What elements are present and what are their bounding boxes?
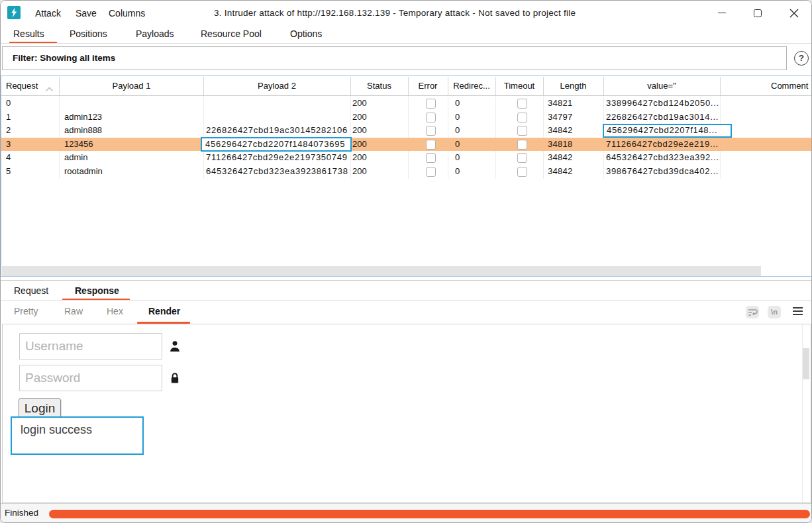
tab-resource-pool[interactable]: Resource Pool [201, 26, 262, 42]
render-view: Login login success [2, 324, 811, 503]
error-checkbox[interactable] [426, 167, 436, 177]
cell-value: 645326427cbd323ea392... [606, 151, 719, 165]
tab-payloads[interactable]: Payloads [136, 26, 174, 42]
table-row-selected[interactable]: 3 123456 456296427cbd2207f1484073695 200… [1, 138, 811, 152]
tab-response[interactable]: Response [75, 283, 119, 299]
cell-request: 4 [6, 151, 11, 165]
cell-length: 34797 [548, 111, 573, 124]
table-row[interactable]: 1 admin123 200 0 34797 226826427cbd19ac3… [1, 111, 811, 124]
column-header-length[interactable]: Length [543, 76, 603, 96]
menu-save[interactable]: Save [76, 1, 97, 26]
sort-ascending-icon [45, 83, 54, 95]
tab-options[interactable]: Options [290, 26, 322, 42]
cell-value-selected[interactable]: 456296427cbd2207f148... [603, 124, 732, 138]
maximize-button[interactable] [754, 9, 762, 17]
menu-attack[interactable]: Attack [35, 1, 61, 26]
error-checkbox[interactable] [426, 153, 436, 163]
table-row[interactable]: 5 rootadmin 645326427cbd323ea3923861738 … [1, 165, 811, 179]
cell-length: 34842 [548, 165, 573, 179]
status-bar: Finished [1, 503, 811, 523]
column-header-value[interactable]: value=" [603, 76, 720, 96]
cell-redirect: 0 [455, 165, 460, 179]
cell-request: 3 [6, 138, 11, 152]
cell-payload2-selected[interactable]: 456296427cbd2207f1484073695 [201, 137, 352, 152]
cell-status: 200 [352, 151, 367, 165]
cell-payload2: 645326427cbd323ea3923861738 [206, 165, 348, 179]
result-selection-box: login success [11, 416, 144, 455]
password-input[interactable] [19, 365, 162, 391]
cell-length: 34842 [548, 151, 573, 165]
error-checkbox[interactable] [426, 126, 436, 136]
timeout-checkbox[interactable] [517, 167, 527, 177]
tab-request[interactable]: Request [14, 283, 48, 299]
word-wrap-icon[interactable] [746, 306, 759, 318]
error-checkbox[interactable] [426, 113, 436, 122]
subtab-render[interactable]: Render [148, 301, 180, 322]
column-header-payload1[interactable]: Payload 1 [60, 76, 203, 96]
hamburger-menu-icon[interactable] [793, 307, 803, 316]
results-table: Request Payload 1 Payload 2 Status Error… [1, 75, 812, 277]
cell-payload2: 226826427cbd19ac30145282106 [206, 124, 348, 138]
timeout-checkbox[interactable] [517, 126, 527, 136]
table-header-row: Request Payload 1 Payload 2 Status Error… [1, 76, 811, 96]
error-checkbox[interactable] [426, 99, 436, 109]
status-label: Finished [5, 504, 38, 522]
table-row[interactable]: 4 admin 711266427cbd29e2e2197350749 200 … [1, 151, 811, 165]
cell-length: 34842 [548, 124, 573, 138]
timeout-checkbox[interactable] [517, 153, 527, 163]
column-header-error[interactable]: Error [408, 76, 448, 96]
username-input[interactable] [19, 333, 162, 359]
panel-divider[interactable] [1, 280, 811, 281]
cell-request: 2 [6, 124, 11, 138]
user-icon [169, 340, 181, 352]
column-header-status[interactable]: Status [350, 76, 408, 96]
subtab-raw[interactable]: Raw [64, 301, 83, 322]
window-title: 3. Intruder attack of http://192.168.132… [214, 1, 576, 26]
cell-payload1: admin [64, 151, 87, 165]
cell-status: 200 [352, 97, 367, 111]
timeout-checkbox[interactable] [517, 113, 527, 122]
horizontal-scrollbar[interactable] [2, 266, 761, 276]
cell-status: 200 [352, 124, 367, 138]
table-row[interactable]: 0 200 0 34821 338996427cbd124b2050... [1, 97, 811, 111]
cell-length: 34818 [548, 138, 573, 152]
column-header-redirect[interactable]: Redirec... [448, 76, 495, 96]
cell-value: 338996427cbd124b2050... [606, 97, 719, 111]
error-checkbox[interactable] [426, 140, 436, 150]
cell-status: 200 [352, 111, 367, 124]
cell-status: 200 [352, 165, 367, 179]
cell-request: 0 [6, 97, 11, 111]
minimize-button[interactable] [718, 13, 726, 13]
cell-payload1: rootadmin [64, 165, 103, 179]
timeout-checkbox[interactable] [517, 140, 527, 150]
filter-bar[interactable]: Filter: Showing all items [2, 46, 787, 70]
cell-request: 1 [6, 111, 11, 124]
filter-label: Filter: Showing all items [13, 47, 115, 70]
close-button[interactable] [789, 9, 799, 18]
view-mode-bar: Pretty Raw Hex Render \n [1, 301, 811, 324]
intruder-app-icon [7, 6, 21, 19]
tab-bar-divider [1, 43, 811, 44]
tab-results[interactable]: Results [13, 26, 44, 42]
subtab-hex[interactable]: Hex [107, 301, 123, 322]
column-header-request[interactable]: Request [6, 76, 38, 96]
cell-redirect: 0 [455, 124, 460, 138]
column-header-timeout[interactable]: Timeout [495, 76, 543, 96]
menu-columns[interactable]: Columns [109, 1, 145, 26]
show-newlines-icon[interactable]: \n [768, 306, 781, 318]
progress-bar [49, 510, 810, 518]
subtab-pretty[interactable]: Pretty [14, 301, 38, 322]
table-row[interactable]: 2 admin888 226826427cbd19ac30145282106 2… [1, 124, 811, 138]
cell-redirect: 0 [455, 111, 460, 124]
timeout-checkbox[interactable] [517, 99, 527, 109]
cell-value: 711266427cbd29e2e219... [606, 138, 719, 152]
column-header-payload2[interactable]: Payload 2 [203, 76, 350, 96]
cell-status: 200 [352, 138, 367, 152]
cell-request: 5 [6, 165, 11, 179]
cell-redirect: 0 [455, 151, 460, 165]
help-icon[interactable]: ? [794, 51, 809, 66]
tab-positions[interactable]: Positions [70, 26, 107, 42]
column-header-comment[interactable]: Comment [771, 76, 808, 96]
lock-icon [169, 372, 181, 384]
render-scrollbar[interactable] [803, 348, 809, 379]
